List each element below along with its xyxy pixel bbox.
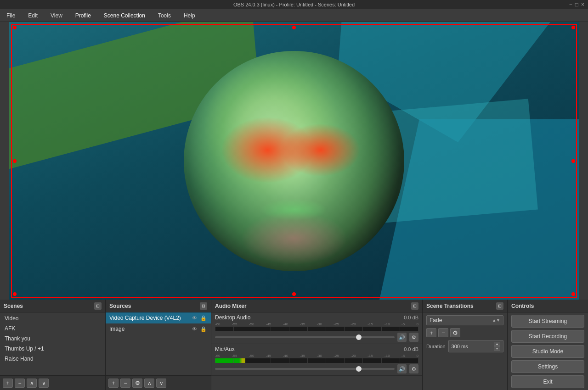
transition-dropdown[interactable]: Fade ▲▼ xyxy=(426,315,503,325)
sources-title: Sources xyxy=(109,303,131,309)
audio-channel-desktop: Desktop Audio 0.0 dB -60-55-50-45-40-35-… xyxy=(211,312,422,344)
menu-edit[interactable]: Edit xyxy=(25,11,40,20)
scene-item-thankyou[interactable]: Thank you xyxy=(0,334,105,344)
exit-label: Exit xyxy=(543,379,552,385)
scene-item-raisehand[interactable]: Raise Hand xyxy=(0,354,105,364)
minimize-button[interactable]: − xyxy=(569,1,572,8)
mic-fader-knob[interactable] xyxy=(356,366,362,372)
sources-toolbar: + − ⚙ ∧ ∨ xyxy=(106,375,211,390)
desktop-settings-button[interactable]: ⚙ xyxy=(409,333,418,342)
sources-down-button[interactable]: ∨ xyxy=(156,379,166,388)
scenes-down-button[interactable]: ∨ xyxy=(39,379,49,388)
sources-expand-icon[interactable]: ⊡ xyxy=(200,302,207,310)
scene-item-video[interactable]: Video xyxy=(0,313,105,323)
desktop-meter-grid xyxy=(215,327,418,331)
scenes-expand-icon[interactable]: ⊡ xyxy=(94,302,102,310)
duration-spinners: ▲ ▼ xyxy=(494,342,500,351)
preview-area[interactable] xyxy=(9,22,579,300)
preview-canvas xyxy=(9,22,579,300)
titlebar-title: OBS 24.0.3 (linux) - Profile: Untitled -… xyxy=(233,2,355,7)
source-item-image[interactable]: Image 👁 🔒 xyxy=(106,323,211,334)
menu-profile[interactable]: Profile xyxy=(73,11,94,20)
transition-settings-button[interactable]: ⚙ xyxy=(450,328,460,337)
duration-input[interactable]: 300 ms ▲ ▼ xyxy=(448,340,503,352)
controls-content: Start Streaming Start Recording Studio M… xyxy=(508,312,588,390)
mic-aux-label: Mic/Aux xyxy=(215,346,235,352)
source-lock-icon[interactable]: 🔒 xyxy=(200,314,207,322)
audio-expand-icon[interactable]: ⊡ xyxy=(411,302,418,310)
scenes-title: Scenes xyxy=(4,303,23,309)
source-item-v4l2[interactable]: Video Capture Device (V4L2) 👁 🔒 xyxy=(106,312,211,323)
source-icons-image: 👁 🔒 xyxy=(191,325,207,333)
scene-item-thumbsup[interactable]: Thumbs Up / +1 xyxy=(0,344,105,354)
desktop-mute-button[interactable]: 🔊 xyxy=(397,333,407,342)
menu-scene-collection[interactable]: Scene Collection xyxy=(101,11,148,20)
source-eye-icon-2[interactable]: 👁 xyxy=(191,325,198,333)
start-recording-button[interactable]: Start Recording xyxy=(511,330,584,343)
transition-remove-button[interactable]: − xyxy=(438,328,448,337)
sources-settings-button[interactable]: ⚙ xyxy=(132,379,142,388)
mic-meter-labels: -60-55-50-45-40-35-30-25-20-15-10-50 xyxy=(215,354,418,358)
transitions-title: Scene Transitions xyxy=(426,303,474,309)
studio-mode-label: Studio Mode xyxy=(532,348,563,355)
sources-up-button[interactable]: ∧ xyxy=(144,379,154,388)
controls-title: Controls xyxy=(511,303,534,309)
settings-label: Settings xyxy=(538,363,558,370)
scenes-remove-button[interactable]: − xyxy=(15,379,25,388)
webcam-overlay xyxy=(184,51,404,271)
sources-add-button[interactable]: + xyxy=(108,379,119,388)
mic-meter-track xyxy=(215,358,418,363)
scenes-up-button[interactable]: ∧ xyxy=(27,379,37,388)
scene-item-afk[interactable]: AFK xyxy=(0,323,105,334)
controls-panel: Controls Start Streaming Start Recording… xyxy=(508,300,588,390)
panels: Scenes ⊡ Video AFK Thank you Thumbs Up /… xyxy=(0,300,588,390)
transitions-header: Scene Transitions ⊡ xyxy=(423,300,507,312)
mic-settings-button[interactable]: ⚙ xyxy=(409,364,418,373)
scenes-add-button[interactable]: + xyxy=(3,379,13,388)
duration-up-button[interactable]: ▲ xyxy=(494,342,500,346)
transition-select-row: Fade ▲▼ xyxy=(426,315,503,325)
exit-button[interactable]: Exit xyxy=(511,375,584,388)
menu-view[interactable]: View xyxy=(48,11,65,20)
preview-wrapper xyxy=(9,22,579,300)
menu-help[interactable]: Help xyxy=(181,11,198,20)
scene-list: Video AFK Thank you Thumbs Up / +1 Raise… xyxy=(0,312,105,365)
close-button[interactable]: × xyxy=(581,1,584,8)
start-streaming-button[interactable]: Start Streaming xyxy=(511,315,584,328)
scenes-content: Video AFK Thank you Thumbs Up / +1 Raise… xyxy=(0,312,105,375)
sources-content: Video Capture Device (V4L2) 👁 🔒 Image 👁 … xyxy=(106,312,211,375)
menu-tools[interactable]: Tools xyxy=(155,11,174,20)
transition-add-button[interactable]: + xyxy=(426,328,436,337)
desktop-meter-track xyxy=(215,327,418,331)
source-lock-icon-2[interactable]: 🔒 xyxy=(200,325,207,333)
source-eye-icon[interactable]: 👁 xyxy=(191,314,198,322)
mic-mute-button[interactable]: 🔊 xyxy=(397,364,407,373)
scenes-header-icons: ⊡ xyxy=(94,302,102,310)
maximize-button[interactable]: □ xyxy=(575,1,578,8)
mic-controls-row: 🔊 ⚙ xyxy=(215,364,418,373)
audio-title: Audio Mixer xyxy=(215,303,247,309)
desktop-audio-label: Desktop Audio xyxy=(215,314,250,321)
duration-row: Duration 300 ms ▲ ▼ xyxy=(423,340,507,352)
sources-remove-button[interactable]: − xyxy=(120,379,130,388)
source-name-v4l2: Video Capture Device (V4L2) xyxy=(109,315,191,321)
desktop-controls-row: 🔊 ⚙ xyxy=(215,333,418,342)
transitions-expand-icon[interactable]: ⊡ xyxy=(496,302,503,310)
audio-header-icons: ⊡ xyxy=(411,302,418,310)
desktop-fader-knob[interactable] xyxy=(356,334,362,340)
mic-aux-db: 0.0 dB xyxy=(404,346,418,352)
audio-channel-desktop-header: Desktop Audio 0.0 dB xyxy=(215,314,418,321)
titlebar-controls[interactable]: − □ × xyxy=(569,1,584,8)
settings-button[interactable]: Settings xyxy=(511,360,584,373)
menu-file[interactable]: File xyxy=(4,11,18,20)
duration-down-button[interactable]: ▼ xyxy=(494,346,500,351)
mic-meter-grid xyxy=(215,358,418,363)
audio-header: Audio Mixer ⊡ xyxy=(211,300,422,312)
controls-header: Controls xyxy=(508,300,588,312)
transition-dropdown-arrow: ▲▼ xyxy=(492,318,500,323)
studio-mode-button[interactable]: Studio Mode xyxy=(511,345,584,358)
start-recording-label: Start Recording xyxy=(529,333,567,340)
scenes-toolbar: + − ∧ ∨ xyxy=(0,375,105,390)
desktop-fader[interactable] xyxy=(215,336,395,338)
mic-fader[interactable] xyxy=(215,368,395,370)
